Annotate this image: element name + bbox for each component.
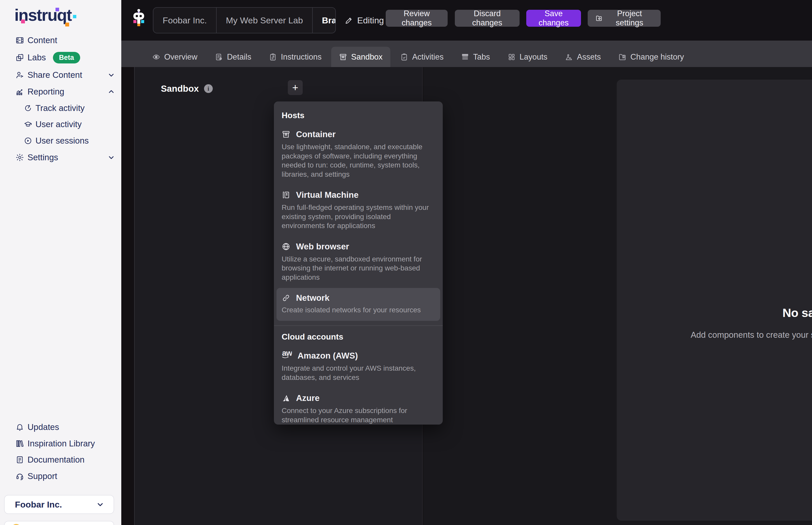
instruqt-app: instruqt Content Labs Beta Share Content… — [0, 0, 812, 525]
library-icon — [15, 439, 24, 448]
reporting-icon — [15, 87, 24, 96]
tab-label: Instructions — [281, 52, 322, 62]
sidebar-item-settings[interactable]: Settings — [15, 149, 116, 166]
project-settings-button[interactable]: Project settings — [588, 10, 661, 27]
dropdown-item-container[interactable]: Container Use lightweight, standalone, a… — [274, 124, 443, 185]
empty-state: No sandbox components yet Add components… — [617, 80, 812, 366]
dropdown-item-description: Connect to your Azure subscriptions for … — [282, 406, 435, 424]
sidebar-item-support[interactable]: Support — [15, 468, 116, 484]
chevron-up-icon — [107, 88, 115, 95]
breadcrumb-lab[interactable]: My Web Server Lab — [216, 8, 312, 33]
tab-details[interactable]: Details — [207, 47, 259, 67]
play-circle-icon — [24, 137, 32, 145]
logo-accent-cyan — [73, 15, 76, 18]
virtual-machine-icon — [282, 191, 290, 199]
dropdown-divider — [274, 326, 443, 326]
dropdown-item-description: Integrate and control your AWS instances… — [282, 364, 435, 382]
dropdown-item-aws[interactable]: aws Amazon (AWS) Integrate and control y… — [274, 346, 443, 388]
breadcrumb-org[interactable]: Foobar Inc. — [153, 8, 216, 33]
sidebar-item-user-sessions[interactable]: User sessions — [24, 133, 116, 149]
rows-icon — [461, 53, 469, 61]
dropdown-item-description: Create isolated networks for your resour… — [282, 305, 435, 315]
sidebar-item-inspiration-library[interactable]: Inspiration Library — [15, 435, 116, 452]
dropdown-item-title: Amazon (AWS) — [298, 351, 358, 361]
branch-selector[interactable]: Branch: main — [312, 8, 336, 33]
breadcrumb: Foobar Inc. My Web Server Lab Branch: ma… — [153, 7, 336, 33]
sidebar-item-label: Track activity — [35, 103, 85, 113]
bell-icon — [15, 423, 24, 432]
sidebar-item-user-activity[interactable]: User activity — [24, 116, 116, 133]
dropdown-section-header: Cloud accounts — [274, 329, 443, 346]
sidebar-item-label: Support — [28, 471, 57, 481]
dropdown-item-virtual-machine[interactable]: Virtual Machine Run full-fledged operati… — [274, 185, 443, 237]
beta-badge: Beta — [53, 52, 80, 63]
logo-accent-purple — [56, 8, 59, 11]
tab-change-history[interactable]: Change history — [610, 47, 692, 67]
dropdown-item-description: Utilize a secure, sandboxed environment … — [282, 255, 435, 282]
dropdown-item-description: Run full-fledged operating systems withi… — [282, 203, 435, 230]
gear-icon — [15, 153, 24, 162]
chevron-down-icon — [96, 500, 104, 509]
azure-icon — [282, 394, 290, 403]
instruqt-logo[interactable]: instruqt — [14, 6, 71, 25]
archive-box-icon — [339, 53, 347, 61]
tab-label: Details — [227, 52, 251, 62]
clipboard-check-icon — [400, 53, 408, 61]
tab-label: Tabs — [473, 52, 490, 62]
sidebar-item-label: Documentation — [28, 455, 85, 465]
tab-label: Assets — [577, 52, 601, 62]
tab-layouts[interactable]: Layouts — [500, 47, 555, 67]
logo-accent-orange — [65, 22, 69, 27]
eye-icon — [152, 53, 160, 61]
tab-instructions[interactable]: Instructions — [261, 47, 329, 67]
link-icon — [282, 294, 290, 302]
review-changes-button[interactable]: Review changes — [386, 10, 448, 27]
discard-changes-button[interactable]: Discard changes — [455, 10, 520, 27]
aws-icon: aws — [282, 351, 292, 360]
clipboard-icon — [269, 53, 277, 61]
sidebar-item-reporting[interactable]: Reporting — [15, 84, 116, 100]
robot-mascot-icon — [133, 9, 145, 28]
save-changes-button[interactable]: Save changes — [526, 10, 581, 27]
tab-activities[interactable]: Activities — [393, 47, 451, 67]
sidebar-item-label: User activity — [35, 119, 82, 129]
dropdown-section-header: Hosts — [274, 107, 443, 124]
sidebar-item-label: Labs — [28, 52, 46, 62]
share-content-icon — [15, 71, 24, 79]
sidebar-item-labs[interactable]: Labs Beta — [15, 49, 116, 66]
tab-assets[interactable]: Assets — [557, 47, 608, 67]
tab-tabs[interactable]: Tabs — [453, 47, 498, 67]
sidebar-item-content[interactable]: Content — [15, 32, 116, 48]
sidebar-item-label: Content — [28, 35, 57, 45]
dropdown-item-description: Use lightweight, standalone, and executa… — [282, 142, 435, 179]
document-icon — [15, 455, 24, 464]
sidebar-item-documentation[interactable]: Documentation — [15, 452, 116, 468]
sandbox-canvas: No sandbox components yet Add components… — [617, 80, 812, 521]
sidebar-item-label: Updates — [28, 422, 59, 432]
dropdown-item-title: Network — [296, 293, 329, 303]
tab-label: Layouts — [520, 52, 548, 62]
sidebar-item-track-activity[interactable]: Track activity — [24, 100, 116, 116]
sidebar-item-share-content[interactable]: Share Content — [15, 67, 116, 83]
component-dropdown: Hosts Container Use lightweight, standal… — [274, 102, 443, 424]
dropdown-item-network[interactable]: Network Create isolated networks for you… — [277, 288, 440, 321]
add-component-plus-button[interactable]: + — [288, 80, 303, 95]
sidebar-item-updates[interactable]: Updates — [15, 419, 116, 435]
dropdown-item-web-browser[interactable]: Web browser Utilize a secure, sandboxed … — [274, 237, 443, 288]
avatar — [11, 524, 21, 525]
org-switcher[interactable]: Foobar Inc. — [4, 495, 114, 514]
sidebar-item-label: Inspiration Library — [28, 439, 95, 448]
graduation-cap-icon — [24, 120, 32, 129]
info-icon[interactable]: i — [204, 84, 213, 93]
tab-sandbox[interactable]: Sandbox — [331, 47, 390, 67]
user-card[interactable] — [4, 521, 114, 525]
tab-overview[interactable]: Overview — [144, 47, 205, 67]
tab-label: Change history — [630, 52, 684, 62]
empty-state-description: Add components to create your sandbox. Y… — [617, 330, 812, 340]
labs-icon — [15, 53, 24, 62]
dropdown-item-azure[interactable]: Azure Connect to your Azure subscription… — [274, 388, 443, 424]
dropdown-item-title: Web browser — [296, 242, 349, 252]
dropdown-item-title: Azure — [296, 393, 320, 403]
sidebar-item-label: User sessions — [35, 136, 89, 146]
branch-label: Branch: main — [322, 15, 336, 26]
